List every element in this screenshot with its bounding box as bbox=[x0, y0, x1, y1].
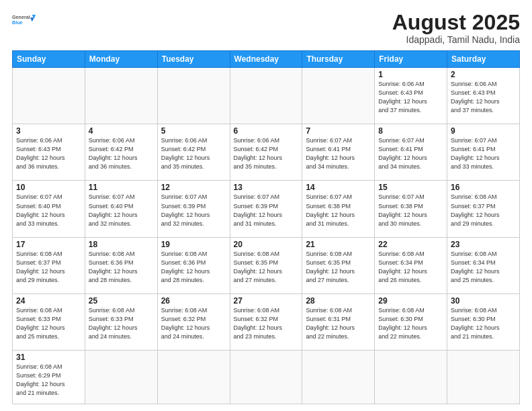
header-row: Sunday Monday Tuesday Wednesday Thursday… bbox=[13, 51, 520, 68]
col-monday: Monday bbox=[85, 51, 157, 68]
day-number: 30 bbox=[451, 296, 516, 306]
day-cell: 3Sunrise: 6:06 AM Sunset: 6:43 PM Daylig… bbox=[13, 124, 85, 181]
day-cell: 16Sunrise: 6:08 AM Sunset: 6:37 PM Dayli… bbox=[447, 181, 520, 237]
day-info: Sunrise: 6:08 AM Sunset: 6:35 PM Dayligh… bbox=[306, 250, 371, 285]
day-cell: 7Sunrise: 6:07 AM Sunset: 6:41 PM Daylig… bbox=[302, 124, 375, 181]
day-cell: 15Sunrise: 6:07 AM Sunset: 6:38 PM Dayli… bbox=[375, 181, 447, 237]
day-number: 18 bbox=[89, 240, 154, 249]
day-info: Sunrise: 6:07 AM Sunset: 6:40 PM Dayligh… bbox=[89, 193, 154, 228]
day-cell: 23Sunrise: 6:08 AM Sunset: 6:34 PM Dayli… bbox=[447, 237, 520, 293]
day-number: 21 bbox=[306, 240, 371, 249]
day-cell: 8Sunrise: 6:07 AM Sunset: 6:41 PM Daylig… bbox=[375, 124, 447, 181]
day-info: Sunrise: 6:06 AM Sunset: 6:43 PM Dayligh… bbox=[451, 80, 516, 115]
day-cell bbox=[375, 350, 447, 404]
day-number: 6 bbox=[234, 126, 299, 136]
day-info: Sunrise: 6:08 AM Sunset: 6:29 PM Dayligh… bbox=[16, 363, 81, 398]
day-number: 22 bbox=[378, 240, 443, 249]
day-number: 23 bbox=[451, 240, 516, 249]
day-cell: 12Sunrise: 6:07 AM Sunset: 6:39 PM Dayli… bbox=[157, 181, 230, 237]
day-info: Sunrise: 6:07 AM Sunset: 6:41 PM Dayligh… bbox=[306, 136, 371, 171]
day-cell: 25Sunrise: 6:08 AM Sunset: 6:33 PM Dayli… bbox=[85, 293, 157, 350]
day-number: 13 bbox=[234, 183, 299, 192]
day-cell: 18Sunrise: 6:08 AM Sunset: 6:36 PM Dayli… bbox=[85, 237, 157, 293]
day-info: Sunrise: 6:07 AM Sunset: 6:39 PM Dayligh… bbox=[234, 193, 299, 228]
day-cell: 9Sunrise: 6:07 AM Sunset: 6:41 PM Daylig… bbox=[447, 124, 520, 181]
day-number: 31 bbox=[16, 353, 81, 362]
day-info: Sunrise: 6:08 AM Sunset: 6:31 PM Dayligh… bbox=[306, 306, 371, 341]
day-cell bbox=[230, 350, 302, 404]
day-cell bbox=[85, 350, 157, 404]
day-cell: 31Sunrise: 6:08 AM Sunset: 6:29 PM Dayli… bbox=[13, 350, 85, 404]
logo: GeneralBlue bbox=[12, 11, 36, 30]
day-info: Sunrise: 6:07 AM Sunset: 6:39 PM Dayligh… bbox=[161, 193, 226, 228]
day-number: 15 bbox=[378, 183, 443, 192]
day-info: Sunrise: 6:08 AM Sunset: 6:35 PM Dayligh… bbox=[234, 250, 299, 285]
day-cell bbox=[447, 350, 520, 404]
day-number: 29 bbox=[378, 296, 443, 306]
calendar-title: August 2025 bbox=[392, 11, 520, 34]
day-info: Sunrise: 6:06 AM Sunset: 6:42 PM Dayligh… bbox=[161, 136, 226, 171]
svg-text:General: General bbox=[12, 14, 30, 20]
day-cell: 4Sunrise: 6:06 AM Sunset: 6:42 PM Daylig… bbox=[85, 124, 157, 181]
day-info: Sunrise: 6:08 AM Sunset: 6:33 PM Dayligh… bbox=[16, 306, 81, 341]
day-info: Sunrise: 6:08 AM Sunset: 6:34 PM Dayligh… bbox=[378, 250, 443, 285]
day-info: Sunrise: 6:08 AM Sunset: 6:36 PM Dayligh… bbox=[161, 250, 226, 285]
day-cell: 1Sunrise: 6:06 AM Sunset: 6:43 PM Daylig… bbox=[375, 68, 447, 124]
day-number: 14 bbox=[306, 183, 371, 192]
day-info: Sunrise: 6:08 AM Sunset: 6:33 PM Dayligh… bbox=[89, 306, 154, 341]
day-number: 28 bbox=[306, 296, 371, 306]
day-info: Sunrise: 6:08 AM Sunset: 6:30 PM Dayligh… bbox=[378, 306, 443, 341]
day-number: 3 bbox=[16, 126, 81, 136]
day-cell: 27Sunrise: 6:08 AM Sunset: 6:32 PM Dayli… bbox=[230, 293, 302, 350]
day-info: Sunrise: 6:07 AM Sunset: 6:38 PM Dayligh… bbox=[378, 193, 443, 228]
day-cell bbox=[157, 350, 230, 404]
day-info: Sunrise: 6:08 AM Sunset: 6:32 PM Dayligh… bbox=[234, 306, 299, 341]
day-info: Sunrise: 6:08 AM Sunset: 6:37 PM Dayligh… bbox=[451, 193, 516, 228]
day-cell: 13Sunrise: 6:07 AM Sunset: 6:39 PM Dayli… bbox=[230, 181, 302, 237]
day-number: 26 bbox=[161, 296, 226, 306]
col-sunday: Sunday bbox=[13, 51, 85, 68]
day-number: 20 bbox=[234, 240, 299, 249]
day-cell: 10Sunrise: 6:07 AM Sunset: 6:40 PM Dayli… bbox=[13, 181, 85, 237]
generalblue-logo-icon: GeneralBlue bbox=[12, 11, 36, 30]
week-row: 10Sunrise: 6:07 AM Sunset: 6:40 PM Dayli… bbox=[13, 181, 520, 237]
day-cell bbox=[302, 68, 375, 124]
svg-text:Blue: Blue bbox=[12, 19, 23, 26]
week-row: 3Sunrise: 6:06 AM Sunset: 6:43 PM Daylig… bbox=[13, 124, 520, 181]
page: GeneralBlue August 2025 Idappadi, Tamil … bbox=[0, 0, 532, 411]
day-cell: 17Sunrise: 6:08 AM Sunset: 6:37 PM Dayli… bbox=[13, 237, 85, 293]
title-block: August 2025 Idappadi, Tamil Nadu, India bbox=[392, 11, 520, 45]
day-cell: 28Sunrise: 6:08 AM Sunset: 6:31 PM Dayli… bbox=[302, 293, 375, 350]
col-wednesday: Wednesday bbox=[230, 51, 302, 68]
day-info: Sunrise: 6:06 AM Sunset: 6:42 PM Dayligh… bbox=[234, 136, 299, 171]
day-cell: 30Sunrise: 6:08 AM Sunset: 6:30 PM Dayli… bbox=[447, 293, 520, 350]
day-number: 5 bbox=[161, 126, 226, 136]
day-info: Sunrise: 6:07 AM Sunset: 6:41 PM Dayligh… bbox=[451, 136, 516, 171]
day-info: Sunrise: 6:08 AM Sunset: 6:34 PM Dayligh… bbox=[451, 250, 516, 285]
day-number: 11 bbox=[89, 183, 154, 192]
day-number: 27 bbox=[234, 296, 299, 306]
col-thursday: Thursday bbox=[302, 51, 375, 68]
day-number: 9 bbox=[451, 126, 516, 136]
day-cell: 29Sunrise: 6:08 AM Sunset: 6:30 PM Dayli… bbox=[375, 293, 447, 350]
day-number: 8 bbox=[378, 126, 443, 136]
day-info: Sunrise: 6:06 AM Sunset: 6:43 PM Dayligh… bbox=[16, 136, 81, 171]
day-cell: 20Sunrise: 6:08 AM Sunset: 6:35 PM Dayli… bbox=[230, 237, 302, 293]
day-cell: 6Sunrise: 6:06 AM Sunset: 6:42 PM Daylig… bbox=[230, 124, 302, 181]
day-info: Sunrise: 6:08 AM Sunset: 6:37 PM Dayligh… bbox=[16, 250, 81, 285]
calendar-subtitle: Idappadi, Tamil Nadu, India bbox=[392, 34, 520, 45]
day-info: Sunrise: 6:08 AM Sunset: 6:36 PM Dayligh… bbox=[89, 250, 154, 285]
day-number: 1 bbox=[378, 70, 443, 79]
day-cell: 5Sunrise: 6:06 AM Sunset: 6:42 PM Daylig… bbox=[157, 124, 230, 181]
day-info: Sunrise: 6:08 AM Sunset: 6:30 PM Dayligh… bbox=[451, 306, 516, 341]
header: GeneralBlue August 2025 Idappadi, Tamil … bbox=[12, 11, 520, 45]
day-cell: 21Sunrise: 6:08 AM Sunset: 6:35 PM Dayli… bbox=[302, 237, 375, 293]
day-info: Sunrise: 6:06 AM Sunset: 6:42 PM Dayligh… bbox=[89, 136, 154, 171]
week-row: 24Sunrise: 6:08 AM Sunset: 6:33 PM Dayli… bbox=[13, 293, 520, 350]
day-cell: 14Sunrise: 6:07 AM Sunset: 6:38 PM Dayli… bbox=[302, 181, 375, 237]
col-tuesday: Tuesday bbox=[157, 51, 230, 68]
day-cell: 22Sunrise: 6:08 AM Sunset: 6:34 PM Dayli… bbox=[375, 237, 447, 293]
day-number: 16 bbox=[451, 183, 516, 192]
col-friday: Friday bbox=[375, 51, 447, 68]
day-cell bbox=[85, 68, 157, 124]
